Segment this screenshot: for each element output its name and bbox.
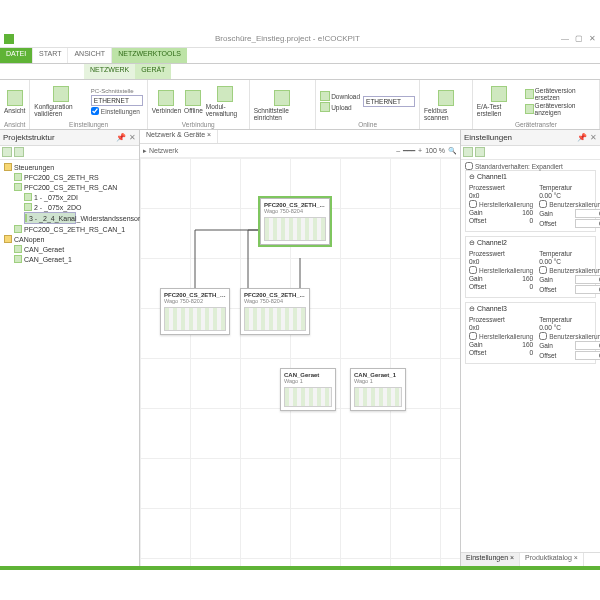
gain-input[interactable] [575,341,600,350]
tree-item[interactable]: 2 - _075x_2DO [24,202,137,212]
btn-offline[interactable]: Offline [184,90,203,114]
search-icon[interactable]: 🔍 [448,147,457,155]
btn-validate[interactable]: Konfiguration validieren [34,86,88,117]
offset-input[interactable] [575,351,600,360]
app-icon [4,34,14,44]
ribbon: Ansicht Ansicht Konfiguration validieren… [0,80,600,130]
properties-panel: Einstellungen📌✕ Standardverhalten: Expan… [460,130,600,566]
doc-tab[interactable]: Netzwerk & Geräte × [140,130,218,143]
close-panel-icon[interactable]: ✕ [129,133,136,142]
gain-input[interactable] [575,209,600,218]
offset-input[interactable] [575,219,600,228]
chk-standard[interactable]: Standardverhalten: Expandiert [465,162,596,170]
tree-device[interactable]: PFC200_CS_2ETH_RS_CAN [14,182,137,192]
tab-ansicht[interactable]: ANSICHT [68,48,112,63]
breadcrumb[interactable]: Netzwerk [149,147,178,154]
chk-bk[interactable]: Benutzerskalierung [539,200,600,208]
props-tool-icon[interactable] [463,147,473,157]
status-bar [0,566,600,570]
zoom-in[interactable]: + [418,147,422,154]
node-device[interactable]: PFC200_CS_2ETH_RSWago 750-8202 [160,288,230,335]
tree-folder[interactable]: Steuerungen [4,162,137,172]
btn-setup-if[interactable]: Schnittstelle einrichten [254,90,311,121]
btn-download[interactable]: Download [320,91,360,101]
quick-access [4,34,14,44]
node-device[interactable]: CAN_Geraet_1Wago 1 [350,368,406,411]
close-panel-icon[interactable]: ✕ [590,133,597,142]
network-canvas[interactable]: PFC200_CS_2ETH_...Wago 750-8204 PFC200_C… [140,158,460,566]
props-tool-icon[interactable] [475,147,485,157]
channel-section: ⊖ Channel1 Prozesswert 0x0 Herstellerkal… [465,170,596,232]
gain-input[interactable] [575,275,600,284]
tab-netzwerk[interactable]: NETZWERK [84,64,135,79]
channel-section: ⊖ Channel2 Prozesswert 0x0 Herstellerkal… [465,236,596,298]
bottom-tab-catalog[interactable]: Produktkatalog × [520,553,584,566]
tree-item[interactable]: CAN_Geraet_1 [14,254,137,264]
tree-device[interactable]: PFC200_CS_2ETH_RS_CAN_1 [14,224,137,234]
bottom-tab-settings[interactable]: Einstellungen × [461,553,520,566]
tree-folder[interactable]: CANopen [4,234,137,244]
node-device[interactable]: PFC200_CS_2ETH_...Wago 750-8204 [240,288,310,335]
pin-icon[interactable]: 📌 [577,133,587,142]
tree-title: Projektstruktur [3,133,55,142]
btn-scan[interactable]: Feldbus scannen [424,90,468,121]
channel-section: ⊖ Channel3 Prozesswert 0x0 Herstellerkal… [465,302,596,364]
tree-device[interactable]: PFC200_CS_2ETH_RS [14,172,137,182]
minimize-icon[interactable]: — [561,34,569,43]
select-online[interactable]: ETHERNET [363,96,415,107]
chk-bk[interactable]: Benutzerskalierung [539,266,600,274]
pin-icon[interactable]: 📌 [116,133,126,142]
tree-tool-icon[interactable] [2,147,12,157]
node-device[interactable]: CAN_GeraetWago 1 [280,368,336,411]
btn-modules[interactable]: Modul-verwaltung [206,86,245,117]
btn-ansicht[interactable]: Ansicht [4,90,25,114]
node-device[interactable]: PFC200_CS_2ETH_...Wago 750-8204 [260,198,330,245]
tree-item[interactable]: CAN_Geraet [14,244,137,254]
zoom-level: 100 % [425,147,445,154]
tree-root: Steuerungen PFC200_CS_2ETH_RS PFC200_CS_… [0,160,139,266]
ribbon-subtabs: NETZWERK GERÄT [0,64,600,80]
window-title: Broschüre_Einstieg.project - e!COCKPIT [14,34,561,43]
chk-bk[interactable]: Benutzerskalierung [539,332,600,340]
chk-hk[interactable]: Herstellerkalierung [469,332,533,340]
offset-input[interactable] [575,285,600,294]
tree-item[interactable]: 1 - _075x_2DI [24,192,137,202]
tree-toolbar [0,146,139,160]
tree-item-selected[interactable]: 3 - _2_4_Kanal_Widerstandssensoren [24,212,76,224]
tab-datei[interactable]: DATEI [0,48,33,63]
btn-show-version[interactable]: Geräteversion anzeigen [525,102,595,116]
chk-hk[interactable]: Herstellerkalierung [469,200,533,208]
btn-ea-test[interactable]: E/A-Test erstellen [477,86,522,117]
tab-geraet[interactable]: GERÄT [135,64,171,79]
title-bar: Broschüre_Einstieg.project - e!COCKPIT —… [0,30,600,48]
ribbon-tabs: DATEI START ANSICHT NETZWERKTOOLS [0,48,600,64]
maximize-icon[interactable]: ▢ [575,34,583,43]
tab-context-tools: NETZWERKTOOLS [112,48,187,63]
btn-replace-version[interactable]: Geräteversion ersetzen [525,87,595,101]
btn-connect[interactable]: Verbinden [152,90,181,114]
btn-upload[interactable]: Upload [320,102,360,112]
tab-start[interactable]: START [33,48,68,63]
zoom-out[interactable]: – [396,147,400,154]
tree-tool-icon[interactable] [14,147,24,157]
props-title: Einstellungen [464,133,512,142]
chk-hk[interactable]: Herstellerkalierung [469,266,533,274]
project-tree-panel: Projektstruktur📌✕ Steuerungen PFC200_CS_… [0,130,140,566]
select-interface[interactable]: ETHERNET [91,95,143,106]
close-icon[interactable]: ✕ [589,34,596,43]
chk-settings[interactable]: Einstellungen [91,107,143,115]
